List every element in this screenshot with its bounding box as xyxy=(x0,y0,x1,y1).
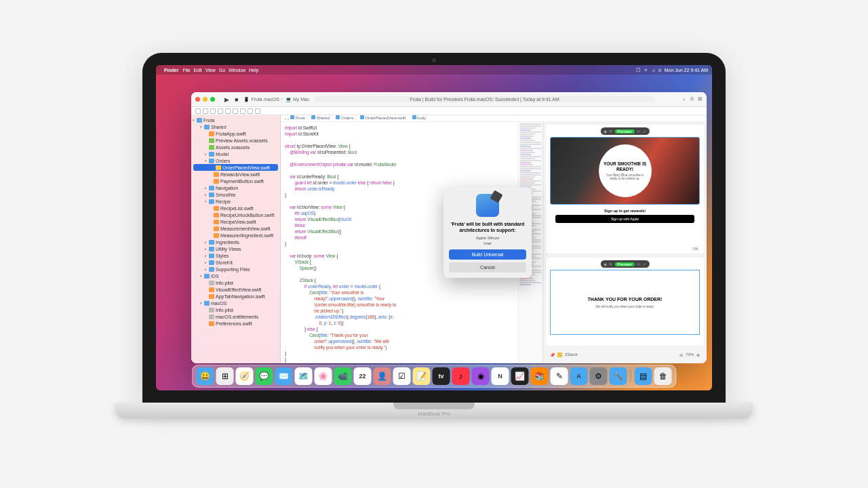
dock-books[interactable]: 📚 xyxy=(531,367,549,385)
dock-news[interactable]: N xyxy=(492,367,509,385)
library-icon[interactable]: ⧉ xyxy=(690,96,694,103)
forward-icon[interactable]: › xyxy=(288,117,289,121)
breadcrumb[interactable]: ‹ › Fruta 〉 Shared 〉 Orders 〉 OrderPlace… xyxy=(281,115,707,122)
dock-appstore[interactable]: A xyxy=(570,367,588,385)
dock-calendar[interactable]: 22 xyxy=(354,367,372,385)
menu-help[interactable]: Help xyxy=(249,68,258,73)
dock-facetime[interactable]: 📹 xyxy=(334,367,352,385)
stop-button[interactable]: ■ xyxy=(235,96,238,103)
nav-item[interactable]: RecipeUnlockButton.swift xyxy=(191,211,280,218)
nav-item[interactable]: ▸Smoothie xyxy=(191,191,280,198)
dock-reminders[interactable]: ☑ xyxy=(393,367,411,385)
nav-item[interactable]: Preferences.swift xyxy=(191,320,280,327)
nav-item[interactable]: VisualEffectView.swift xyxy=(191,286,280,293)
nav-item[interactable]: Assets.xcassets xyxy=(191,144,280,150)
dock-contacts[interactable]: 👤 xyxy=(374,367,391,385)
dock-launchpad[interactable]: ⊞ xyxy=(216,367,234,385)
project-root[interactable]: Fruta xyxy=(203,118,214,123)
build-universal-button[interactable]: Build Universal xyxy=(449,249,526,260)
nav-item[interactable]: MeasuredIngredient.swift xyxy=(191,232,280,239)
dock-notes[interactable]: 📝 xyxy=(413,367,431,385)
dock-mail[interactable]: ✉️ xyxy=(275,367,293,385)
nav-item[interactable]: PaymentButton.swift xyxy=(191,178,280,184)
ok-button[interactable]: OK xyxy=(692,247,698,251)
activity-status: Fruta | Build for Previews Fruta macOS: … xyxy=(315,96,654,102)
dock-settings[interactable]: ⚙ xyxy=(590,367,608,385)
nav-item[interactable]: Info.plist xyxy=(191,279,280,286)
dock-messages[interactable]: 💬 xyxy=(256,367,273,385)
nav-item[interactable]: ▸Ingredients xyxy=(191,239,280,245)
wifi-icon[interactable]: ᯤ xyxy=(644,68,649,73)
dock-trash[interactable]: 🗑 xyxy=(654,367,672,385)
nav-item[interactable]: ▸Utility Views xyxy=(191,245,280,252)
control-center-icon[interactable]: ⎚ xyxy=(658,68,661,73)
dock-safari[interactable]: 🧭 xyxy=(236,367,254,385)
dock-music[interactable]: ♪ xyxy=(452,367,470,385)
nav-item[interactable]: ▾iOS xyxy=(191,272,280,279)
nav-item[interactable]: ▾Shared xyxy=(191,123,280,130)
dock-stocks[interactable]: 📈 xyxy=(511,367,529,385)
run-button[interactable]: ▶ xyxy=(224,96,229,103)
nav-item[interactable]: MeasurementView.swift xyxy=(191,225,280,232)
desktop: Finder FileEditViewGoWindowHelp ▢ ᯤ ⌕ ⎚ … xyxy=(156,65,712,390)
battery-icon[interactable]: ▢ xyxy=(636,67,641,73)
nav-item[interactable]: AppTabNavigation.swift xyxy=(191,293,280,300)
nav-item[interactable]: ▸Model xyxy=(191,150,280,157)
navigator-tabs[interactable] xyxy=(191,107,707,115)
menu-window[interactable]: Window xyxy=(229,68,245,73)
dock-podcasts[interactable]: ◉ xyxy=(472,367,490,385)
menu-edit[interactable]: Edit xyxy=(194,68,202,73)
nav-item[interactable]: RecipeView.swift xyxy=(191,218,280,225)
dock-finder[interactable]: 😀 xyxy=(197,367,214,385)
nav-item[interactable]: Info.plist xyxy=(191,306,280,313)
menu-go[interactable]: Go xyxy=(219,68,225,73)
dock-files[interactable]: ▤ xyxy=(635,367,652,385)
scheme-selector[interactable]: 📱 Fruta macOS 〉💻 My Mac xyxy=(243,96,309,103)
close-icon[interactable] xyxy=(195,97,200,102)
xcode-app-icon xyxy=(476,194,499,217)
build-dialog: 'Fruta' will be built with standard arch… xyxy=(443,187,532,278)
zoom-in-icon[interactable]: ⊕ xyxy=(696,352,700,357)
zoom-level[interactable]: 73% xyxy=(686,352,694,357)
dock-swift-pg[interactable]: ✎ xyxy=(551,367,568,385)
preview-title: YOUR SMOOTHIE IS READY! xyxy=(603,161,648,172)
dock-photos[interactable]: 🌸 xyxy=(315,367,332,385)
zoom-icon[interactable] xyxy=(210,97,215,102)
dock-tv[interactable]: tv xyxy=(433,367,450,385)
nav-item[interactable]: macOS.entitlements xyxy=(191,313,280,320)
back-icon[interactable]: ‹ xyxy=(285,117,286,121)
project-navigator[interactable]: ▾Fruta ▾SharedFrutaApp.swiftPreview Asse… xyxy=(191,115,281,363)
titlebar: ▶ ■ 📱 Fruta macOS 〉💻 My Mac Fruta | Buil… xyxy=(191,92,707,107)
dock-maps[interactable]: 🗺️ xyxy=(295,367,313,385)
nav-item[interactable]: RewardsView.swift xyxy=(191,171,280,178)
nav-item[interactable]: OrderPlacedView.swift xyxy=(193,164,278,171)
pin-icon[interactable]: 📌 xyxy=(550,352,555,357)
preview-2[interactable]: ◉⟳Preview▭⤢ THANK YOU FOR YOUR ORDER! We… xyxy=(546,258,704,346)
nav-item[interactable]: ▸Navigation xyxy=(191,184,280,191)
menubar-app[interactable]: Finder xyxy=(164,68,178,73)
nav-item[interactable]: FrutaApp.swift xyxy=(191,130,280,137)
add-icon[interactable]: ＋ xyxy=(682,96,686,103)
search-icon[interactable]: ⌕ xyxy=(652,68,655,73)
nav-item[interactable]: ▸StoreKit xyxy=(191,259,280,266)
menu-view[interactable]: View xyxy=(205,68,216,73)
menubar-datetime[interactable]: Mon Jun 22 9:41 AM xyxy=(665,68,708,73)
cancel-button[interactable]: Cancel xyxy=(449,262,526,272)
nav-item[interactable]: ▾Orders xyxy=(191,157,280,164)
nav-item[interactable]: Preview Assets.xcassets xyxy=(191,137,280,144)
dock[interactable]: 😀⊞🧭💬✉️🗺️🌸📹22👤☑📝tv♪◉N📈📚✎A⚙🔨▤🗑 xyxy=(192,365,677,388)
inspectors-icon[interactable]: ▤ xyxy=(698,96,703,103)
minimize-icon[interactable] xyxy=(203,97,208,102)
camera-icon xyxy=(432,58,436,62)
dock-xcode[interactable]: 🔨 xyxy=(610,367,627,385)
nav-item[interactable]: ▾macOS xyxy=(191,300,280,306)
nav-item[interactable]: ▸Supporting Files xyxy=(191,266,280,272)
zoom-out-icon[interactable]: ⊖ xyxy=(679,352,683,357)
nav-item[interactable]: ▸Styles xyxy=(191,252,280,259)
menu-file[interactable]: File xyxy=(182,68,190,73)
preview-canvas: ◉⟳Preview▭⤢ YOUR SMOOTHIE IS READY! Your… xyxy=(542,122,707,363)
nav-item[interactable]: ▾Recipe xyxy=(191,198,280,205)
preview-1[interactable]: ◉⟳Preview▭⤢ YOUR SMOOTHIE IS READY! Your… xyxy=(546,125,704,253)
signup-button[interactable]: Sign up with Apple xyxy=(555,215,694,223)
nav-item[interactable]: RecipeList.swift xyxy=(191,205,280,211)
